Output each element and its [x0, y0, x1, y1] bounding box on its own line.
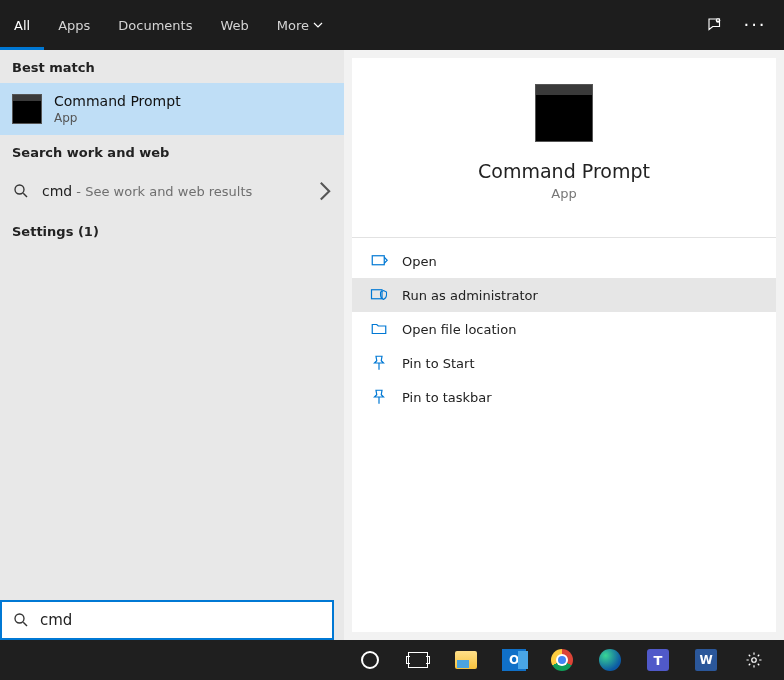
svg-point-1: [15, 185, 24, 194]
filter-tabs: All Apps Documents Web More ···: [0, 0, 784, 50]
command-prompt-icon: [12, 94, 42, 124]
results-content: Best match Command Prompt App Search wor…: [0, 50, 784, 640]
action-open-location-label: Open file location: [402, 322, 516, 337]
web-hint: - See work and web results: [72, 184, 252, 199]
folder-icon: [370, 320, 388, 338]
search-panel: All Apps Documents Web More ··· Best mat…: [0, 0, 784, 640]
action-run-admin-label: Run as administrator: [402, 288, 538, 303]
taskbar-outlook[interactable]: O: [490, 640, 538, 680]
feedback-icon[interactable]: [706, 16, 724, 34]
best-match-title: Command Prompt: [54, 93, 181, 109]
action-pin-taskbar[interactable]: Pin to taskbar: [352, 380, 776, 414]
chrome-icon: [551, 649, 573, 671]
pin-icon: [370, 388, 388, 406]
search-icon: [12, 611, 30, 629]
action-run-admin[interactable]: Run as administrator: [352, 278, 776, 312]
taskbar-chrome[interactable]: [538, 640, 586, 680]
gear-icon: [745, 651, 763, 669]
cortana-icon: [361, 651, 379, 669]
pin-icon: [370, 354, 388, 372]
search-web-row[interactable]: cmd - See work and web results: [0, 168, 344, 214]
taskbar-settings[interactable]: [730, 640, 778, 680]
action-pin-start[interactable]: Pin to Start: [352, 346, 776, 380]
svg-point-5: [752, 658, 757, 663]
search-icon: [12, 182, 30, 200]
tab-more[interactable]: More: [263, 0, 337, 50]
results-left-pane: Best match Command Prompt App Search wor…: [0, 50, 344, 640]
settings-header[interactable]: Settings (1): [0, 214, 344, 249]
outlook-icon: O: [502, 649, 526, 671]
taskbar-edge[interactable]: [586, 640, 634, 680]
actions-list: Open Run as administrator Open file loca…: [352, 244, 776, 414]
taskbar: O T W: [0, 640, 784, 680]
app-sub: App: [551, 186, 576, 201]
shield-run-icon: [370, 286, 388, 304]
details-pane: Command Prompt App Open Run as administr…: [352, 58, 776, 632]
app-title: Command Prompt: [478, 160, 650, 182]
task-view-icon: [408, 652, 428, 668]
command-prompt-icon-large: [535, 84, 593, 142]
svg-point-4: [15, 614, 24, 623]
tab-web[interactable]: Web: [206, 0, 262, 50]
best-match-command-prompt[interactable]: Command Prompt App: [0, 83, 344, 135]
open-icon: [370, 252, 388, 270]
cortana-button[interactable]: [346, 640, 394, 680]
teams-icon: T: [647, 649, 669, 671]
more-options-icon[interactable]: ···: [746, 16, 764, 34]
best-match-sub: App: [54, 111, 181, 125]
svg-rect-2: [372, 256, 384, 265]
action-open[interactable]: Open: [352, 244, 776, 278]
action-pin-start-label: Pin to Start: [402, 356, 474, 371]
taskbar-file-explorer[interactable]: [442, 640, 490, 680]
tab-all[interactable]: All: [0, 0, 44, 50]
edge-icon: [599, 649, 621, 671]
taskbar-word[interactable]: W: [682, 640, 730, 680]
tab-more-label: More: [277, 18, 309, 33]
web-text: cmd - See work and web results: [42, 183, 252, 199]
tab-documents[interactable]: Documents: [104, 0, 206, 50]
task-view-button[interactable]: [394, 640, 442, 680]
search-input[interactable]: [40, 611, 322, 629]
web-query: cmd: [42, 183, 72, 199]
action-open-label: Open: [402, 254, 437, 269]
tab-apps[interactable]: Apps: [44, 0, 104, 50]
folder-icon: [455, 651, 477, 669]
action-open-location[interactable]: Open file location: [352, 312, 776, 346]
taskbar-teams[interactable]: T: [634, 640, 682, 680]
chevron-right-icon: [318, 180, 332, 202]
search-box[interactable]: [0, 600, 334, 640]
action-pin-taskbar-label: Pin to taskbar: [402, 390, 492, 405]
chevron-down-icon: [313, 20, 323, 30]
best-match-header: Best match: [0, 50, 344, 83]
search-web-header: Search work and web: [0, 135, 344, 168]
word-icon: W: [695, 649, 717, 671]
